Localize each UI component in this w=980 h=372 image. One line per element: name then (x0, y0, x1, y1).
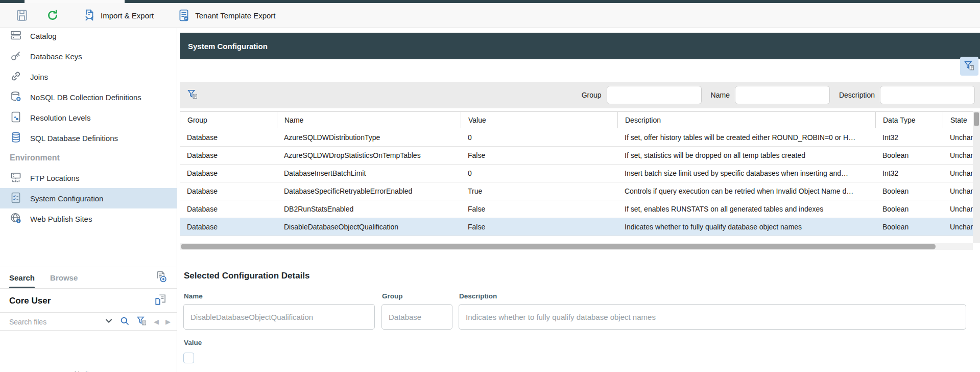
filter-name-label: Name (711, 91, 730, 99)
chevron-down-icon[interactable] (105, 317, 113, 327)
cell-group: Database (180, 182, 277, 200)
sidebar-item-label: Joins (30, 73, 48, 81)
horizontal-scrollbar-thumb[interactable] (181, 244, 936, 249)
search-input[interactable] (9, 318, 98, 326)
cell-value: 0 (461, 165, 617, 182)
table-row[interactable]: Database AzureSQLDWDistributionType 0 If… (180, 128, 973, 146)
refresh-button[interactable] (41, 6, 64, 25)
ftp-icon (10, 171, 22, 185)
import-export-button[interactable]: Import & Export (78, 6, 159, 25)
tenant-template-export-button[interactable]: Tenant Template Export (172, 6, 280, 25)
cell-data-type: Int32 (875, 165, 943, 182)
table-row[interactable]: Database DB2RunStatsEnabled False If set… (180, 200, 973, 218)
tab-search[interactable]: Search (9, 267, 35, 288)
vertical-scrollbar[interactable] (973, 111, 980, 243)
add-document-icon[interactable] (155, 270, 168, 285)
cell-name: DB2RunStatsEnabled (277, 200, 461, 218)
sidebar-item-joins[interactable]: Joins (0, 66, 177, 87)
column-header-group[interactable]: Group (180, 112, 277, 128)
import-export-icon (83, 9, 96, 22)
table-row[interactable]: Database DatabaseSpecificRetryableErrorE… (180, 182, 973, 200)
page-title: System Configuration (188, 42, 268, 51)
sidebar-item-resolution-levels[interactable]: Resolution Levels (0, 107, 177, 128)
cell-name: AzureSQLDWDropStatisticsOnTempTables (277, 147, 461, 164)
details-name-field[interactable]: DisableDatabaseObjectQualification (183, 304, 375, 330)
cell-group: Database (180, 147, 277, 164)
filter-document-icon[interactable] (187, 88, 198, 102)
nosql-db-icon (10, 90, 22, 104)
sidebar-item-label: FTP Locations (30, 174, 79, 182)
sidebar-item-label: SQL Database Definitions (30, 134, 118, 143)
sql-database-icon (10, 131, 22, 145)
sidebar-item-system-configuration[interactable]: System Configuration (0, 188, 177, 208)
cell-description: Insert batch size limit used by specific… (617, 165, 875, 182)
table-row[interactable]: Database DisableDatabaseObjectQualificat… (180, 218, 973, 236)
column-header-value[interactable]: Value (461, 112, 618, 128)
sidebar-item-catalog[interactable]: Catalog (0, 28, 177, 46)
sidebar-item-database-keys[interactable]: Database Keys (0, 46, 177, 66)
sidebar-item-label: Database Keys (30, 52, 82, 61)
details-group-field[interactable]: Database (381, 304, 452, 330)
cell-state: Unchanged (943, 218, 973, 236)
cell-data-type: Boolean (875, 200, 943, 218)
next-arrow-icon[interactable]: ▶ (165, 318, 171, 325)
filter-group-input[interactable] (607, 86, 702, 104)
filter-document-icon[interactable] (136, 315, 147, 328)
cell-data-type: Boolean (875, 182, 943, 200)
column-header-description[interactable]: Description (618, 112, 876, 128)
refresh-icon (46, 9, 59, 22)
search-icon[interactable] (119, 316, 130, 328)
sidebar-item-ftp-locations[interactable]: FTP Locations (0, 168, 177, 188)
cell-description: Controls if query execution can be retri… (617, 182, 875, 200)
system-configuration-icon (10, 192, 22, 205)
horizontal-scrollbar[interactable] (180, 243, 973, 250)
previous-arrow-icon[interactable]: ◀ (154, 318, 159, 325)
cell-name: DatabaseSpecificRetryableErrorEnabled (277, 182, 461, 200)
column-header-state[interactable]: State (943, 112, 973, 128)
filter-description-label: Description (839, 91, 875, 99)
sidebar-item-nosql-db-collection-definitions[interactable]: NoSQL DB Collection Definitions (0, 87, 177, 107)
sidebar-item-sql-database-definitions[interactable]: SQL Database Definitions (0, 128, 177, 148)
details-description-field[interactable]: Indicates whether to fully qualify datab… (459, 304, 966, 330)
column-header-name[interactable]: Name (277, 112, 461, 128)
cell-state: Unchanged (943, 147, 973, 164)
tenant-template-export-label: Tenant Template Export (195, 11, 275, 20)
core-user-row: Core User (0, 289, 177, 313)
sidebar-item-label: Web Publish Sites (30, 215, 92, 223)
details-name-label: Name (184, 292, 203, 300)
save-button[interactable] (10, 6, 34, 25)
cell-description: If set, offer history tables will be cre… (617, 128, 875, 146)
catalog-icon (10, 29, 22, 43)
table-row[interactable]: Database AzureSQLDWDropStatisticsOnTempT… (180, 146, 973, 164)
cell-group: Database (180, 200, 277, 218)
filter-toggle-button[interactable] (960, 57, 978, 76)
cell-value: False (461, 147, 617, 164)
cell-state: Unchanged (943, 128, 973, 146)
cell-value: True (461, 182, 617, 200)
cell-state: Unchanged (943, 182, 973, 200)
tab-browse[interactable]: Browse (50, 267, 78, 288)
cell-group: Database (180, 165, 277, 182)
cell-name: DisableDatabaseObjectQualification (277, 218, 461, 236)
details-value-checkbox[interactable] (183, 353, 194, 363)
column-header-data-type[interactable]: Data Type (876, 112, 943, 128)
import-export-label: Import & Export (101, 11, 154, 20)
filter-description-input[interactable] (880, 86, 975, 104)
cell-data-type: Boolean (875, 147, 943, 164)
environment-section-header: Environment (0, 148, 177, 168)
sidebar-item-web-publish-sites[interactable]: Web Publish Sites (0, 208, 177, 229)
sidebar-tabs: Search Browse (0, 267, 177, 289)
sidebar-item-label: NoSQL DB Collection Definitions (30, 93, 141, 102)
cell-value: False (461, 218, 617, 236)
key-icon (10, 50, 22, 63)
folder-document-icon[interactable] (154, 293, 168, 309)
sidebar: Catalog Database Keys Joins (0, 28, 177, 372)
sidebar-item-label: Catalog (30, 32, 57, 40)
details-heading: Selected Configuration Details (184, 271, 310, 281)
table-row[interactable]: Database DatabaseInsertBatchLimit 0 Inse… (180, 164, 973, 182)
tenant-template-export-icon (177, 9, 190, 22)
filter-group-label: Group (582, 91, 602, 99)
vertical-scrollbar-thumb[interactable] (974, 112, 979, 126)
filter-name-input[interactable] (735, 86, 830, 104)
cell-description: If set, statistics will be dropped on al… (617, 147, 875, 164)
